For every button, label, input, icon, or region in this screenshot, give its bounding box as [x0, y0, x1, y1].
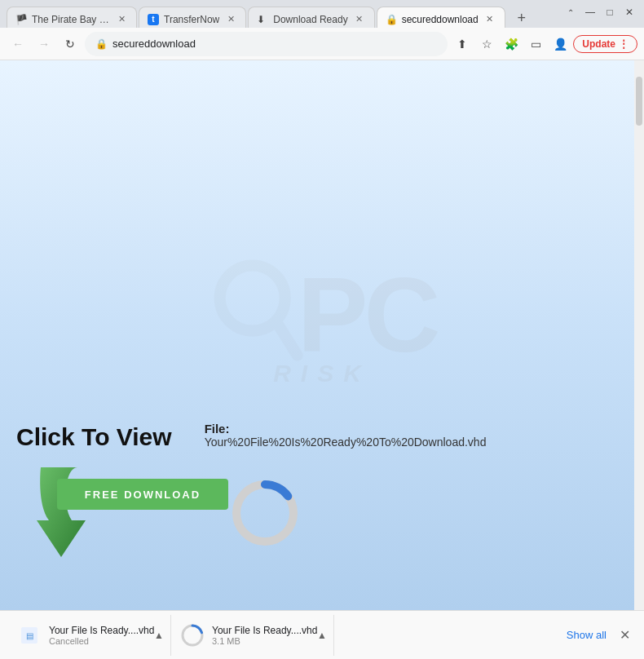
new-tab-button[interactable]: + [510, 7, 533, 28]
tabs-container: 🏴 The Pirate Bay - T ✕ t TransferNow ✕ ⬇… [7, 0, 556, 28]
profile-button[interactable]: 👤 [549, 33, 571, 55]
browser-window: 🏴 The Pirate Bay - T ✕ t TransferNow ✕ ⬇… [0, 0, 644, 659]
address-text: secureddownload [112, 38, 437, 50]
close-downloads-button[interactable]: ✕ [613, 624, 636, 647]
tab-downloadready[interactable]: ⬇ Download Ready ✕ [248, 7, 374, 28]
download-item-1: ▤ Your File Is Ready....vhd Cancelled ▲ [8, 615, 171, 656]
transfernow-favicon: t [148, 14, 159, 25]
tab-downloadready-close[interactable]: ✕ [353, 13, 366, 26]
reload-button[interactable]: ↻ [59, 33, 82, 55]
download-item-1-name: Your File Is Ready....vhd [49, 625, 154, 636]
download-item-2-chevron[interactable]: ▲ [317, 630, 327, 641]
back-button[interactable]: ← [7, 33, 29, 55]
scrollbar[interactable] [634, 60, 644, 610]
tab-secureddownload-close[interactable]: ✕ [483, 13, 496, 26]
watermark: PC RISK [208, 258, 437, 387]
file-name: Your%20File%20Is%20Ready%20To%20Download… [205, 436, 487, 449]
sidebar-button[interactable]: ▭ [524, 33, 547, 55]
download-item-1-icon: ▤ [18, 624, 41, 647]
tab-piratebay-label: The Pirate Bay - T [32, 14, 110, 25]
bookmark-button[interactable]: ☆ [475, 33, 498, 55]
download-item-2-size: 3.1 MB [212, 636, 317, 646]
secureddownload-favicon: 🔒 [386, 14, 397, 25]
chevron-up-icon: ⌃ [562, 4, 579, 20]
file-info: File: Your%20File%20Is%20Ready%20To%20Do… [205, 422, 487, 449]
lock-icon: 🔒 [95, 38, 108, 50]
downloadready-favicon: ⬇ [257, 14, 268, 25]
close-button[interactable]: ✕ [621, 4, 637, 20]
tab-transfernow-label: TransferNow [164, 14, 219, 25]
forward-button[interactable]: → [33, 33, 55, 55]
download-item-2-icon [181, 624, 204, 647]
download-item-1-status: Cancelled [49, 636, 154, 646]
click-to-view-text: Click To View [16, 423, 172, 451]
free-download-button[interactable]: FREE DOWNLOAD [57, 479, 228, 510]
extensions-button[interactable]: 🧩 [500, 33, 523, 55]
piratebay-favicon: 🏴 [15, 14, 27, 25]
update-button[interactable]: Update ⋮ [573, 35, 637, 53]
tab-transfernow-close[interactable]: ✕ [224, 13, 237, 26]
nav-actions: ⬆ ☆ 🧩 ▭ 👤 Update ⋮ [451, 33, 637, 55]
file-label: File: [205, 422, 487, 436]
download-item-2-info: Your File Is Ready....vhd 3.1 MB [212, 625, 317, 646]
circle-progress [228, 476, 302, 553]
page-content: PC RISK Click To View File: Your%20File%… [0, 60, 644, 610]
show-all-button[interactable]: Show all [560, 629, 613, 641]
maximize-button[interactable]: □ [602, 4, 618, 20]
download-item-1-chevron[interactable]: ▲ [154, 630, 164, 641]
download-item-1-info: Your File Is Ready....vhd Cancelled [49, 625, 154, 646]
download-item-2-name: Your File Is Ready....vhd [212, 625, 317, 636]
title-bar: 🏴 The Pirate Bay - T ✕ t TransferNow ✕ ⬇… [0, 0, 644, 28]
svg-line-1 [277, 323, 298, 356]
tab-transfernow[interactable]: t TransferNow ✕ [139, 7, 246, 28]
window-controls: ⌃ — □ ✕ [562, 4, 637, 20]
down-arrow-icon [16, 459, 106, 565]
svg-point-0 [220, 266, 285, 331]
tab-secureddownload-label: secureddownload [402, 14, 479, 25]
tab-piratebay[interactable]: 🏴 The Pirate Bay - T ✕ [7, 7, 137, 28]
svg-text:▤: ▤ [26, 631, 33, 640]
update-label: Update [582, 38, 615, 50]
tab-piratebay-close[interactable]: ✕ [115, 13, 128, 26]
scrollbar-thumb[interactable] [636, 77, 642, 126]
tab-secureddownload[interactable]: 🔒 secureddownload ✕ [377, 7, 505, 28]
address-bar[interactable]: 🔒 secureddownload [85, 32, 448, 56]
download-item-2: Your File Is Ready....vhd 3.1 MB ▲ [171, 615, 334, 656]
download-bar: ▤ Your File Is Ready....vhd Cancelled ▲ … [0, 610, 644, 659]
share-button[interactable]: ⬆ [451, 33, 474, 55]
update-menu-icon: ⋮ [619, 38, 629, 50]
nav-bar: ← → ↻ 🔒 secureddownload ⬆ ☆ 🧩 ▭ 👤 Update… [0, 28, 644, 60]
tab-downloadready-label: Download Ready [273, 14, 347, 25]
minimize-button[interactable]: — [582, 4, 598, 20]
